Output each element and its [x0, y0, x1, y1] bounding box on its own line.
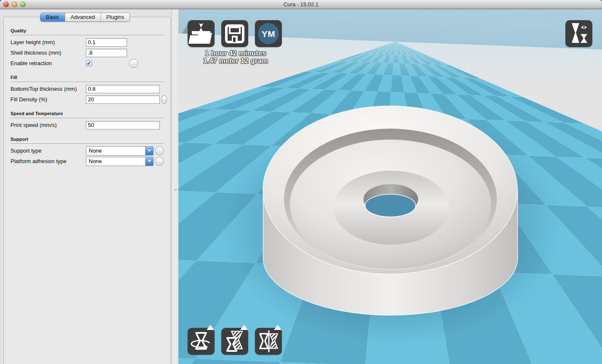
section-support: Support — [11, 137, 164, 144]
platform-adhesion-select[interactable]: None — [86, 157, 154, 166]
setting-label: Support type — [11, 148, 86, 154]
print-material: 1.47 meter 12 gram — [182, 57, 289, 65]
view-mode-button[interactable] — [565, 20, 592, 47]
fill-density-more-button[interactable]: ... — [162, 95, 167, 104]
setting-row-shell-thickness: Shell thickness (mm) — [11, 48, 164, 58]
settings-panel: Quality Layer height (mm) Shell thicknes… — [3, 17, 171, 364]
fill-density-input[interactable] — [86, 95, 160, 104]
setting-row-platform-adhesion: Platform adhesion type None ... — [11, 156, 164, 166]
section-fill: Fill — [11, 75, 164, 82]
setting-row-bottom-top-thickness: Bottom/Top thickness (mm) — [11, 84, 164, 94]
setting-label: Enable retraction — [11, 60, 86, 66]
tab-basic[interactable]: Basic — [40, 13, 65, 21]
settings-tabbar: Basic Advanced Plugins — [40, 13, 130, 22]
print-stats: 1 hour 42 minutes 1.47 meter 12 gram — [182, 50, 289, 65]
retraction-checkbox[interactable]: ✓ — [86, 60, 92, 66]
tab-advanced[interactable]: Advanced — [65, 13, 101, 21]
save-toolpath-button[interactable] — [221, 20, 248, 47]
setting-label: Print speed (mm/s) — [11, 122, 86, 128]
setting-label: Layer height (mm) — [11, 39, 86, 45]
window-titlebar: Cura - 15.02.1 — [0, 0, 602, 9]
window-title: Cura - 15.02.1 — [0, 0, 602, 9]
save-toolpath-icon — [221, 20, 248, 47]
section-quality: Quality — [11, 28, 164, 35]
share-youmagine-button[interactable]: YM — [255, 20, 282, 47]
section-speed-temperature: Speed and Temperature — [11, 111, 164, 118]
load-model-button[interactable] — [188, 20, 215, 47]
setting-label: Fill Density (%) — [11, 96, 86, 103]
print-time: 1 hour 42 minutes — [182, 50, 289, 57]
mirror-icon — [255, 328, 282, 355]
retraction-more-button[interactable]: ... — [129, 59, 138, 68]
splitter-handle[interactable] — [174, 188, 177, 191]
bottom-top-thickness-input[interactable] — [86, 85, 160, 93]
svg-text:YM: YM — [262, 29, 276, 39]
mirror-button[interactable] — [255, 328, 282, 355]
platform-adhesion-more-button[interactable]: ... — [155, 157, 164, 166]
setting-row-support-type: Support type None ... — [11, 146, 164, 156]
shell-thickness-input[interactable] — [86, 49, 127, 57]
rotate-button[interactable] — [188, 328, 215, 355]
platform-adhesion-value: None — [86, 158, 145, 164]
model-center-hole — [365, 194, 416, 217]
tab-plugins[interactable]: Plugins — [101, 13, 130, 21]
3d-viewport[interactable]: YM 1 hour 42 minutes 1.47 meter 12 gram — [178, 9, 602, 364]
chevron-down-icon[interactable] — [145, 157, 153, 166]
scale-button[interactable] — [221, 328, 248, 355]
setting-row-layer-height: Layer height (mm) — [11, 37, 164, 47]
setting-label: Shell thickness (mm) — [11, 50, 86, 56]
setting-row-print-speed: Print speed (mm/s) — [11, 120, 164, 130]
print-speed-input[interactable] — [86, 121, 160, 129]
app-window: Cura - 15.02.1 Quality Layer height (mm)… — [0, 0, 602, 364]
setting-row-enable-retraction: Enable retraction ✓ ... — [11, 58, 164, 68]
support-type-more-button[interactable]: ... — [155, 146, 164, 155]
layer-height-input[interactable] — [86, 38, 127, 47]
view-mode-icon — [565, 20, 592, 47]
chevron-down-icon[interactable] — [145, 147, 153, 155]
panel-splitter[interactable] — [172, 9, 178, 364]
setting-label: Bottom/Top thickness (mm) — [11, 86, 86, 92]
scale-icon — [221, 328, 248, 355]
support-type-select[interactable]: None — [86, 146, 154, 156]
settings-sidebar: Quality Layer height (mm) Shell thicknes… — [0, 9, 172, 364]
setting-row-fill-density: Fill Density (%) ... — [11, 95, 164, 104]
load-model-icon — [188, 20, 215, 47]
support-type-value: None — [86, 148, 145, 154]
rotate-icon — [188, 328, 215, 355]
setting-label: Platform adhesion type — [11, 158, 86, 164]
share-youmagine-icon: YM — [255, 20, 282, 47]
